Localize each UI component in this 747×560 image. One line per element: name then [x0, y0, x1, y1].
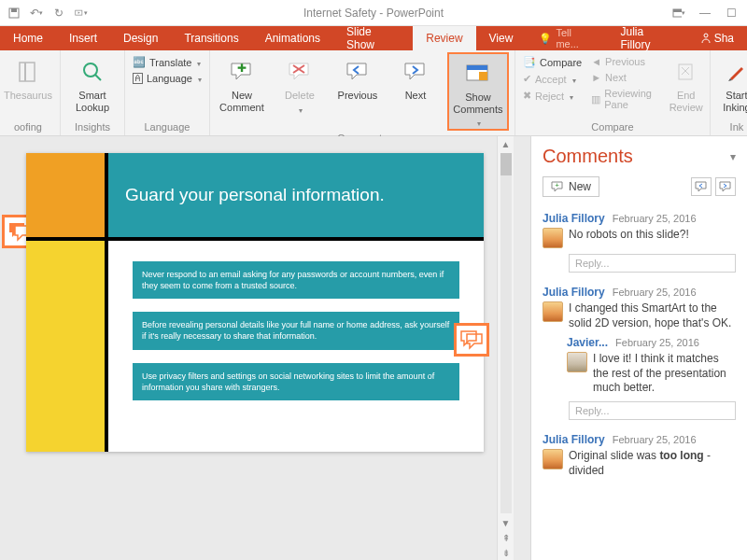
tab-review[interactable]: Review	[413, 26, 475, 50]
redo-icon[interactable]: ↻	[52, 7, 65, 20]
group-compare: 📑Compare ✔Accept ✖Reject ◄Previous ►Next…	[515, 50, 711, 135]
comments-pane: Comments ▾ + New Julia FilloryFebruary 2…	[530, 136, 747, 560]
next-icon: ►	[591, 72, 601, 83]
next-comment-button[interactable]: Next	[389, 52, 442, 102]
slide-bullet: Use privacy filters and settings on soci…	[133, 363, 459, 400]
svg-rect-1	[11, 8, 17, 12]
new-comment-button[interactable]: ✚ New Comment	[216, 52, 268, 113]
tab-home[interactable]: Home	[0, 26, 56, 50]
slide-canvas[interactable]: Guard your personal information. Never r…	[26, 153, 484, 452]
next-slide-icon[interactable]: ⇟	[502, 545, 510, 560]
slide-accent-yellow	[26, 241, 105, 452]
titlebar: ↶▾ ↻ ▾ Internet Safety - PowerPoint ▾ — …	[0, 0, 747, 26]
comment-author[interactable]: Javier...	[567, 336, 608, 349]
comment-bubble-icon	[460, 329, 483, 350]
scroll-up-icon[interactable]: ▲	[501, 136, 511, 151]
reply-input[interactable]: Reply...	[569, 401, 736, 420]
minimize-icon[interactable]: —	[698, 7, 712, 20]
comments-prev-button[interactable]	[691, 177, 712, 196]
compare-icon: 📑	[523, 56, 536, 68]
comment-thread: Julia FilloryFebruary 25, 2016 Original …	[531, 427, 747, 482]
lightbulb-icon: 💡	[539, 33, 552, 45]
show-comments-label: Show Comments	[453, 91, 502, 115]
comment-text: Original slide was too long - divided	[569, 449, 736, 478]
tab-slideshow[interactable]: Slide Show	[333, 26, 413, 50]
svg-rect-14	[467, 65, 487, 70]
compare-button[interactable]: 📑Compare	[521, 54, 584, 70]
comment-text: I changed this SmartArt to the solid 2D …	[569, 301, 736, 330]
delete-comment-button[interactable]: Delete	[274, 52, 326, 115]
svg-point-8	[84, 63, 97, 77]
reply-input[interactable]: Reply...	[569, 254, 736, 273]
reject-icon: ✖	[523, 90, 531, 102]
pane-menu-icon[interactable]: ▾	[730, 150, 736, 163]
reviewing-pane-icon: ▥	[591, 93, 600, 105]
language-icon: 🄰	[133, 73, 143, 84]
comment-author[interactable]: Julia Fillory	[543, 286, 605, 299]
end-review-icon	[676, 56, 697, 88]
reviewing-pane-label: Reviewing Pane	[604, 88, 660, 110]
tab-transitions[interactable]: Transitions	[171, 26, 251, 50]
slide-bullet: Before revealing personal details like y…	[133, 312, 459, 349]
undo-icon[interactable]: ↶▾	[30, 7, 43, 20]
smart-lookup-icon	[80, 56, 105, 88]
group-label-compare: Compare	[521, 119, 704, 135]
thesaurus-button[interactable]: Thesaurus	[2, 52, 54, 102]
reviewing-pane-button[interactable]: ▥Reviewing Pane	[589, 86, 662, 112]
save-icon[interactable]	[7, 7, 21, 20]
group-label-language: Language	[131, 119, 204, 135]
svg-text:✚: ✚	[237, 62, 247, 75]
scroll-down-icon[interactable]: ▼	[501, 515, 511, 530]
start-from-beginning-icon[interactable]: ▾	[75, 7, 88, 20]
comment-date: February 25, 2016	[615, 337, 699, 348]
translate-button[interactable]: 🔤Translate	[131, 54, 204, 70]
svg-point-5	[704, 34, 708, 37]
comment-text-part: too long	[659, 449, 703, 462]
compare-previous-button[interactable]: ◄Previous	[589, 54, 662, 69]
tab-tellme[interactable]: 💡Tell me...	[526, 26, 607, 50]
previous-comment-icon	[345, 56, 370, 88]
window-title: Internet Safety - PowerPoint	[0, 7, 747, 20]
tab-insert[interactable]: Insert	[56, 26, 110, 50]
group-comments: ✚ New Comment Delete Previous Next Show …	[210, 50, 515, 135]
share-button[interactable]: Sha	[687, 26, 747, 50]
comments-next-button[interactable]	[715, 177, 736, 196]
comment-text-part: Original slide was	[569, 449, 659, 462]
reject-button[interactable]: ✖Reject	[521, 88, 584, 104]
svg-rect-15	[479, 72, 487, 80]
language-button[interactable]: 🄰Language	[131, 71, 204, 86]
accept-button[interactable]: ✔Accept	[521, 71, 584, 87]
tab-design[interactable]: Design	[110, 26, 171, 50]
comment-marker-right[interactable]	[454, 323, 489, 357]
comment-date: February 25, 2016	[613, 287, 697, 298]
user-name[interactable]: Julia Fillory	[607, 26, 686, 50]
language-label: Language	[147, 73, 192, 84]
new-comment-pane-button[interactable]: + New	[543, 176, 599, 197]
avatar	[543, 228, 563, 248]
tab-animations[interactable]: Animations	[252, 26, 333, 50]
previous-slide-icon[interactable]: ⇞	[502, 530, 510, 545]
comment-author[interactable]: Julia Fillory	[543, 433, 605, 446]
compare-next-button[interactable]: ►Next	[589, 70, 662, 85]
slide-region: Guard your personal information. Never r…	[0, 136, 530, 560]
new-comment-small-icon: +	[551, 181, 564, 192]
maximize-icon[interactable]: ☐	[725, 7, 738, 20]
inking-icon	[726, 56, 747, 88]
ribbon-display-icon[interactable]: ▾	[672, 7, 685, 20]
compare-prev-label: Previous	[605, 56, 645, 67]
smart-lookup-button[interactable]: Smart Lookup	[66, 52, 119, 113]
start-inking-button[interactable]: Start Inking	[716, 52, 747, 113]
show-comments-button[interactable]: Show Comments	[447, 52, 509, 131]
comment-thread: Julia FilloryFebruary 25, 2016 I changed…	[531, 280, 747, 427]
start-inking-label: Start Inking	[723, 90, 747, 113]
comment-author[interactable]: Julia Fillory	[543, 212, 605, 225]
end-review-button[interactable]: End Review	[668, 52, 704, 113]
tab-view[interactable]: View	[476, 26, 527, 50]
new-comment-pane-label: New	[569, 180, 591, 193]
previous-comment-button[interactable]: Previous	[331, 52, 384, 102]
avatar	[543, 301, 563, 322]
new-comment-label: New Comment	[219, 90, 264, 113]
scroll-track[interactable]	[500, 153, 512, 513]
scroll-thumb[interactable]	[500, 153, 512, 175]
vertical-scrollbar[interactable]: ▲ ▼ ⇞ ⇟	[497, 136, 514, 560]
